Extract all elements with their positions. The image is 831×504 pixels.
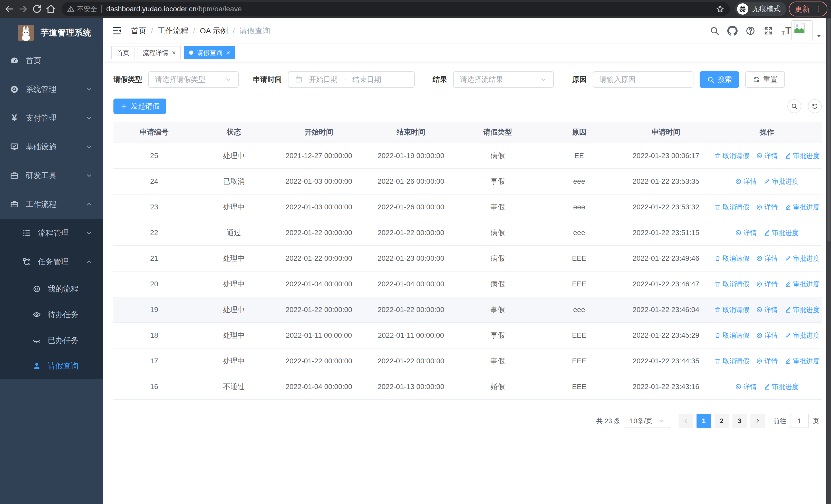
sidebar-item-todo-tasks[interactable]: 待办任务 bbox=[0, 302, 103, 327]
action-progress-link[interactable]: 审批进度 bbox=[764, 177, 799, 186]
browser-scrollbar[interactable] bbox=[826, 18, 831, 504]
forward-icon[interactable] bbox=[18, 3, 29, 14]
page-size-select[interactable]: 10条/页 bbox=[625, 414, 670, 428]
sidebar-item-workflow[interactable]: 工作流程 bbox=[0, 190, 103, 219]
scrollbar-thumb[interactable] bbox=[827, 18, 830, 241]
breadcrumb-item: 请假查询 bbox=[239, 26, 270, 36]
result-select[interactable]: 请选择流结果 bbox=[453, 71, 554, 88]
action-progress-link[interactable]: 审批进度 bbox=[784, 331, 820, 340]
bookmark-star-icon[interactable] bbox=[716, 4, 725, 13]
action-label: 详情 bbox=[765, 305, 778, 314]
action-progress-link[interactable]: 审批进度 bbox=[784, 305, 820, 314]
sidebar-item-home[interactable]: 首页 bbox=[0, 46, 103, 75]
cell-status: 处理中 bbox=[195, 254, 273, 263]
table-row: 19处理中2022-01-22 00:00:002022-01-22 00:00… bbox=[113, 297, 822, 323]
breadcrumb-item[interactable]: 首页 bbox=[131, 26, 146, 36]
page-button-3[interactable]: 3 bbox=[733, 414, 747, 428]
action-detail-link[interactable]: 详情 bbox=[756, 203, 778, 212]
tab-label: 流程详情 bbox=[143, 49, 168, 57]
action-detail-link[interactable]: 详情 bbox=[756, 254, 778, 263]
action-cancel-link[interactable]: 取消请假 bbox=[714, 331, 749, 340]
tab-close-icon[interactable]: × bbox=[226, 49, 230, 56]
reload-icon[interactable] bbox=[31, 3, 42, 14]
sidebar-item-my-process[interactable]: 我的流程 bbox=[0, 276, 103, 302]
action-progress-link[interactable]: 审批进度 bbox=[784, 254, 820, 263]
result-placeholder: 请选择流结果 bbox=[460, 75, 503, 84]
tab-leave-query[interactable]: 请假查询× bbox=[184, 46, 235, 59]
action-progress-link[interactable]: 审批进度 bbox=[764, 228, 799, 237]
action-detail-link[interactable]: 详情 bbox=[756, 331, 778, 340]
search-button[interactable]: 搜索 bbox=[699, 71, 739, 88]
apply-time-range-picker[interactable]: 开始日期 - 结束日期 bbox=[288, 71, 415, 88]
breadcrumb-separator: / bbox=[193, 26, 195, 35]
action-detail-link[interactable]: 详情 bbox=[756, 280, 778, 289]
page-button-2[interactable]: 2 bbox=[715, 414, 729, 428]
search-icon bbox=[707, 76, 715, 83]
column-header: 操作 bbox=[712, 127, 822, 137]
action-progress-link[interactable]: 审批进度 bbox=[784, 203, 820, 212]
sidebar-item-done-tasks[interactable]: 已办任务 bbox=[0, 327, 103, 353]
action-detail-link[interactable]: 详情 bbox=[756, 357, 778, 366]
tab-close-icon[interactable]: × bbox=[172, 49, 176, 56]
browser-update-button[interactable]: 更新 bbox=[789, 2, 827, 17]
cell-start_time: 2022-01-11 00:00:00 bbox=[273, 331, 365, 339]
sidebar-item-task-mgmt[interactable]: 任务管理 bbox=[0, 247, 103, 276]
action-cancel-link[interactable]: 取消请假 bbox=[714, 254, 749, 263]
trash-icon bbox=[714, 204, 721, 210]
sidebar-item-system[interactable]: 系统管理 bbox=[0, 75, 103, 104]
cell-id: 24 bbox=[113, 177, 195, 185]
fullscreen-icon[interactable] bbox=[763, 26, 774, 36]
action-cancel-link[interactable]: 取消请假 bbox=[714, 280, 749, 289]
sidebar-item-dev-tools[interactable]: 研发工具 bbox=[0, 161, 103, 190]
next-page-button[interactable] bbox=[750, 414, 765, 428]
leave-type-select[interactable]: 请选择请假类型 bbox=[148, 71, 239, 88]
action-progress-link[interactable]: 审批进度 bbox=[784, 280, 820, 289]
table-refresh-button[interactable] bbox=[808, 99, 822, 113]
eye-icon bbox=[756, 306, 763, 313]
address-bar[interactable]: 不安全 dashboard.yudao.iocoder.cn/bpm/oa/le… bbox=[62, 2, 730, 16]
action-detail-link[interactable]: 详情 bbox=[756, 151, 778, 160]
reason-input[interactable] bbox=[593, 71, 693, 88]
action-progress-link[interactable]: 审批进度 bbox=[784, 151, 820, 160]
action-detail-link[interactable]: 详情 bbox=[735, 177, 757, 186]
create-leave-button[interactable]: 发起请假 bbox=[113, 98, 166, 114]
font-size-icon[interactable]: TT bbox=[781, 26, 792, 36]
sidebar-item-payment[interactable]: ¥支付管理 bbox=[0, 104, 103, 132]
table-search-toggle-button[interactable] bbox=[787, 99, 801, 113]
app-logo: 芋道管理系统 bbox=[0, 20, 103, 46]
action-detail-link[interactable]: 详情 bbox=[756, 305, 778, 314]
action-cancel-link[interactable]: 取消请假 bbox=[714, 151, 749, 160]
sidebar-item-process-mgmt[interactable]: 流程管理 bbox=[0, 219, 103, 247]
table-row: 21处理中2022-01-22 00:00:002022-01-23 00:00… bbox=[113, 246, 822, 271]
sidebar-collapse-icon[interactable] bbox=[111, 25, 122, 36]
goto-page-input[interactable] bbox=[790, 414, 809, 428]
prev-page-button[interactable] bbox=[679, 414, 693, 428]
action-cancel-link[interactable]: 取消请假 bbox=[714, 203, 749, 212]
back-icon[interactable] bbox=[4, 3, 15, 14]
page-suffix: 页 bbox=[812, 416, 819, 425]
github-icon[interactable] bbox=[727, 26, 738, 36]
action-cancel-link[interactable]: 取消请假 bbox=[714, 357, 749, 366]
search-icon[interactable] bbox=[709, 26, 720, 36]
table-row: 18处理中2022-01-11 00:00:002022-01-11 00:00… bbox=[113, 323, 822, 349]
home-icon[interactable] bbox=[45, 3, 56, 14]
page-button-1[interactable]: 1 bbox=[696, 414, 711, 428]
action-progress-link[interactable]: 审批进度 bbox=[764, 382, 799, 391]
action-detail-link[interactable]: 详情 bbox=[735, 382, 757, 391]
calendar-icon bbox=[295, 76, 303, 84]
user-menu[interactable] bbox=[792, 20, 822, 41]
reset-button[interactable]: 重置 bbox=[745, 71, 785, 88]
sidebar-item-infrastructure[interactable]: 基础设施 bbox=[0, 132, 103, 161]
action-cancel-link[interactable]: 取消请假 bbox=[714, 305, 749, 314]
action-progress-link[interactable]: 审批进度 bbox=[784, 357, 820, 366]
cell-end_time: 2022-01-26 00:00:00 bbox=[365, 177, 457, 185]
column-header: 申请编号 bbox=[113, 127, 195, 137]
action-detail-link[interactable]: 详情 bbox=[735, 228, 757, 237]
breadcrumb-item[interactable]: 工作流程 bbox=[157, 26, 189, 36]
breadcrumb-item[interactable]: OA 示例 bbox=[200, 26, 228, 36]
tab-process-detail[interactable]: 流程详情× bbox=[138, 46, 181, 59]
sidebar-item-leave-query[interactable]: 请假查询 bbox=[0, 353, 103, 379]
table-row: 20处理中2022-01-04 00:00:002022-01-04 00:00… bbox=[113, 271, 822, 297]
tab-home[interactable]: 首页 bbox=[111, 46, 135, 59]
question-icon[interactable] bbox=[745, 26, 755, 36]
